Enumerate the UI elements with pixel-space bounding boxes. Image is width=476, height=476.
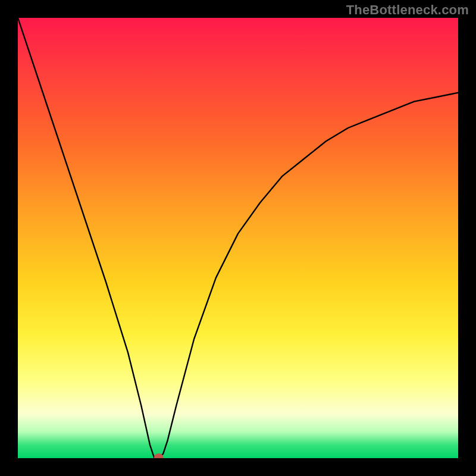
bottleneck-curve	[18, 18, 458, 458]
plot-area	[18, 18, 458, 458]
curve-svg	[18, 18, 458, 458]
watermark-text: TheBottleneck.com	[346, 2, 469, 18]
chart-frame: TheBottleneck.com	[0, 0, 476, 476]
